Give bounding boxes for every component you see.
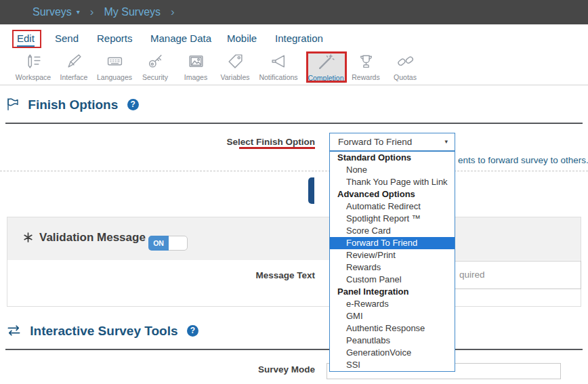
dropdown-option-rewards[interactable]: Rewards xyxy=(330,261,455,274)
caret-down-icon[interactable]: ▾ xyxy=(77,8,80,16)
toolbar-item-label: Quotas xyxy=(381,73,429,81)
finish-options-header: Finish Options ? xyxy=(5,97,139,114)
survey-mode-label: Survey Mode xyxy=(258,364,315,375)
dropdown-option-custom-panel[interactable]: Custom Panel xyxy=(330,274,455,286)
nav-item-mobile[interactable]: Mobile xyxy=(227,33,257,44)
dashed-divider xyxy=(0,171,588,171)
megaphone-icon xyxy=(270,60,287,72)
nav-item-label: Reports xyxy=(97,33,133,44)
toolbar-item-variables[interactable]: Variables xyxy=(211,53,259,81)
toolbar-item-label: Completion xyxy=(306,74,345,82)
top-bar: Surveys▾›My Surveys› xyxy=(0,0,588,24)
divider xyxy=(5,123,583,124)
image-icon xyxy=(188,60,205,72)
annotation-underline xyxy=(239,147,315,149)
breadcrumb-surveys[interactable]: Surveys xyxy=(33,6,72,18)
swap-arrows-icon xyxy=(5,325,26,339)
dropdown-option-automatic-redirect[interactable]: Automatic Redirect xyxy=(330,200,455,213)
nav-item-reports[interactable]: Reports xyxy=(97,33,133,44)
validation-message-header: Validation Message ON xyxy=(7,217,581,260)
dropdown-option-authentic-response[interactable]: Authentic Response xyxy=(330,322,455,335)
dropdown-option-generationvoice[interactable]: GenerationVoice xyxy=(330,347,455,359)
breadcrumb-my-surveys[interactable]: My Surveys xyxy=(104,6,161,18)
dropdown-option-score-card[interactable]: Score Card xyxy=(330,225,455,237)
finish-options-title: Finish Options xyxy=(28,98,118,112)
dropdown-option-peanutlabs[interactable]: Peanutlabs xyxy=(330,335,455,347)
toolbar-item-label: Notifications xyxy=(255,73,302,81)
chevron-separator-icon: › xyxy=(90,5,94,18)
asterisk-icon xyxy=(22,232,34,246)
dropdown-option-e-rewards[interactable]: e-Rewards xyxy=(330,298,455,310)
nav-item-edit[interactable]: Edit xyxy=(17,33,35,44)
toggle-on-label: ON xyxy=(148,236,169,251)
brush-icon xyxy=(66,60,83,72)
tag-icon xyxy=(227,60,244,72)
divider xyxy=(5,349,583,350)
message-text-label: Message Text xyxy=(255,270,315,280)
main-menu-bar: EditSendReportsManage DataMobileIntegrat… xyxy=(0,24,588,51)
toolbar-item-notifications[interactable]: Notifications xyxy=(255,53,302,81)
nav-item-label: Send xyxy=(55,33,79,44)
magic-wand-icon xyxy=(318,61,335,72)
partially-hidden-button[interactable] xyxy=(308,177,314,204)
chain-links-icon xyxy=(397,60,414,72)
dropdown-option-gmi[interactable]: GMI xyxy=(330,310,455,322)
finish-option-select[interactable]: Forward To Friend ▾ xyxy=(329,133,455,151)
dropdown-option-thank-you-page-with-link[interactable]: Thank You Page with Link xyxy=(330,176,455,188)
dropdown-option-forward-to-friend[interactable]: Forward To Friend xyxy=(330,237,455,249)
nav-item-label: Manage Data xyxy=(150,33,211,44)
breadcrumb: Surveys▾›My Surveys› xyxy=(33,0,185,24)
nav-item-send[interactable]: Send xyxy=(55,33,79,44)
dropdown-group-advanced-options: Advanced Options xyxy=(330,188,455,200)
forward-help-text-fragment: ents to forward survey to others. xyxy=(458,155,588,165)
toolbar-item-quotas[interactable]: Quotas xyxy=(381,53,429,81)
dropdown-option-none[interactable]: None xyxy=(330,164,455,176)
validation-toggle[interactable]: ON xyxy=(148,236,188,251)
toolbar-item-completion[interactable]: Completion xyxy=(306,51,345,83)
dropdown-option-ssi[interactable]: SSI xyxy=(330,359,455,371)
pencil-list-icon xyxy=(25,60,42,72)
nav-item-manage-data[interactable]: Manage Data xyxy=(150,33,211,44)
validation-message-title: Validation Message xyxy=(39,231,146,244)
help-icon[interactable]: ? xyxy=(187,325,198,337)
interactive-tools-header: Interactive Survey Tools ? xyxy=(5,324,198,340)
nav-item-label: Mobile xyxy=(227,33,257,44)
finish-option-dropdown-list: Standard OptionsNoneThank You Page with … xyxy=(329,151,455,372)
message-text-input-fragment: quired xyxy=(459,270,485,280)
dropdown-group-standard-options: Standard Options xyxy=(330,152,455,164)
dropdown-option-review-print[interactable]: Review/Print xyxy=(330,249,455,261)
nav-item-integration[interactable]: Integration xyxy=(275,33,323,44)
finish-option-select-value: Forward To Friend xyxy=(338,137,412,147)
help-icon[interactable]: ? xyxy=(127,99,139,110)
toolbar-item-label: Variables xyxy=(211,73,259,81)
interactive-tools-title: Interactive Survey Tools xyxy=(30,324,177,338)
key-icon xyxy=(147,60,164,72)
flag-icon xyxy=(5,100,24,114)
select-arrow-icon: ▾ xyxy=(444,133,448,150)
keyboard-icon xyxy=(106,60,123,72)
chevron-separator-icon: › xyxy=(171,5,175,18)
forward-help-text: ents to forward survey to others.? xyxy=(458,155,588,169)
select-finish-option-label: Select Finish Option xyxy=(226,137,315,147)
nav-item-label: Integration xyxy=(275,33,323,44)
dropdown-option-spotlight-report[interactable]: Spotlight Report ™ xyxy=(330,213,455,225)
trophy-icon xyxy=(358,60,375,72)
edit-toolbar: WorkspaceInterfaceLanguagesSecurityImage… xyxy=(0,50,588,85)
dropdown-group-panel-integration: Panel Integration xyxy=(330,286,455,298)
nav-item-label: Edit xyxy=(17,33,35,47)
